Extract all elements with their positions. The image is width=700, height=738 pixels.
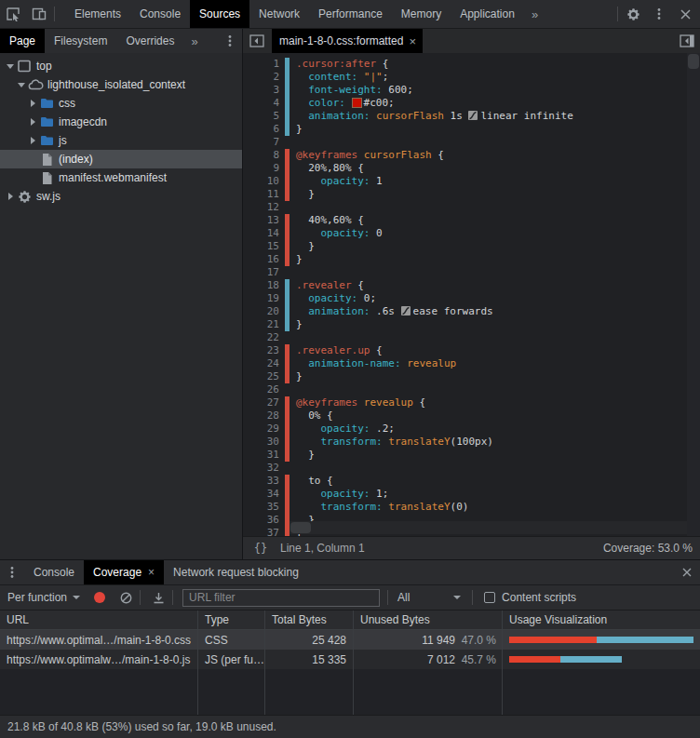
navigator-menu-button[interactable] [219,29,241,53]
tab-memory[interactable]: Memory [392,0,451,28]
navigator-tab-page[interactable]: Page [0,29,45,53]
css-selector-token: .cursor:after [296,58,376,70]
url-filter-input[interactable] [182,589,380,607]
file-tab-main-css[interactable]: main-1-8-0.css:formatted × [272,29,423,53]
close-drawer-button[interactable] [674,560,700,584]
code-line: 30 transform: translateY(100px) [243,436,700,449]
column-header-unused-bytes[interactable]: Unused Bytes [354,611,503,629]
drawer-menu-button[interactable] [0,560,24,584]
line-number: 23 [243,344,279,357]
code-text: opacity: 1; [289,488,388,501]
tree-item-label: top [36,60,52,73]
file-tab-close-icon[interactable]: × [409,34,416,48]
code-line: 3 font-weight: 600; [243,84,700,97]
content-scripts-checkbox[interactable] [484,592,495,603]
tree-item--index-[interactable]: (index) [0,150,242,168]
code-text: opacity: .2; [289,423,395,436]
column-header-type[interactable]: Type [198,611,265,629]
tab-network[interactable]: Network [249,0,309,28]
line-number: 5 [243,110,279,123]
code-line: 8@keyframes cursorFlash { [243,149,700,162]
navigator-tab-filesystem[interactable]: Filesystem [45,29,116,53]
settings-button[interactable] [620,0,646,28]
clear-icon [120,592,132,604]
clear-coverage-button[interactable] [114,592,138,604]
tree-expand-arrow-collapsed[interactable] [5,193,16,200]
coverage-table-row[interactable]: https://www.optimalw…/main-1-8-0.jsJS (p… [0,650,700,669]
device-toolbar-button[interactable] [26,0,52,28]
unused-bytes-value: 11 949 [422,634,455,647]
code-line: 18.revealer { [243,279,700,292]
pretty-print-button[interactable]: {} [247,542,275,555]
record-coverage-button[interactable] [94,592,105,603]
tree-expand-arrow-collapsed[interactable] [27,118,38,126]
line-number: 7 [243,136,279,149]
code-text: animation-name: revealup [289,357,456,370]
tab-performance[interactable]: Performance [309,0,392,28]
tree-item-imagecdn[interactable]: imagecdn [0,113,242,131]
code-text: 20%,80% { [289,162,364,175]
coverage-row-total-bytes: 25 428 [265,630,354,650]
code-scroll-area[interactable]: 1.cursor:after {2 content: "|";3 font-we… [243,53,700,536]
unused-bar-segment [509,637,597,643]
devtools-window: ElementsConsoleSourcesNetworkPerformance… [0,0,700,738]
tab-sources[interactable]: Sources [190,0,249,28]
navigator-tab-overrides[interactable]: Overrides [116,29,183,53]
tree-item-sw.js[interactable]: sw.js [0,187,242,206]
drawer-tab-coverage[interactable]: Coverage× [84,560,164,584]
code-line: 27@keyframes revealup { [243,396,700,409]
tree-item-top[interactable]: top [0,57,242,75]
tab-application[interactable]: Application [451,0,524,28]
tree-item-js[interactable]: js [0,131,242,150]
code-line: 12 [243,201,700,214]
folder-icon-holder [38,97,55,110]
tree-expand-arrow-collapsed[interactable] [27,137,38,144]
line-number: 3 [243,84,279,97]
css-property-token: transform: [296,436,383,448]
column-header-total-bytes[interactable]: Total Bytes [265,611,354,629]
coverage-type-filter-dropdown[interactable]: All [390,591,470,604]
hide-navigator-button[interactable] [243,29,271,53]
more-tabs-button[interactable]: » [524,0,544,28]
editor-horizontal-scrollbar-thumb[interactable] [290,522,311,533]
export-coverage-button[interactable] [146,592,170,604]
show-debugger-sidebar-button[interactable] [674,29,700,53]
tree-item-css[interactable]: css [0,94,242,113]
column-header-usage-visualization[interactable]: Usage Visualization [503,611,700,629]
tab-elements[interactable]: Elements [65,0,130,28]
toolbar-separator [617,7,618,21]
css-property-token: content: [296,71,357,83]
drawer-tab-network-request-blocking[interactable]: Network request blocking [164,560,308,584]
column-header-url[interactable]: URL [0,611,198,629]
tree-item-manifest.webmanifest[interactable]: manifest.webmanifest [0,168,242,187]
css-selector-token: @keyframes [296,396,357,409]
used-bar-segment [597,637,693,643]
drawer-tab-close-icon[interactable]: × [148,566,155,579]
tree-expand-arrow-expanded[interactable] [16,83,27,87]
drawer-tab-console[interactable]: Console [24,560,84,584]
tree-expand-arrow-collapsed[interactable] [27,100,38,107]
tab-console[interactable]: Console [130,0,190,28]
color-swatch-icon[interactable] [353,99,361,107]
code-line: 13 40%,60% { [243,214,700,227]
code-token: } [296,240,315,252]
bezier-curve-icon[interactable] [401,306,411,315]
content-scripts-label: Content scripts [502,591,576,604]
editor-horizontal-scrollbar[interactable] [289,521,687,534]
coverage-mode-dropdown[interactable]: Per function [0,591,86,604]
chevron-down-icon [453,596,461,599]
editor-vertical-scrollbar[interactable] [687,53,700,536]
inspect-element-button[interactable] [0,0,26,28]
coverage-table-row[interactable]: https://www.optimal…/main-1-8-0.cssCSS25… [0,630,700,650]
gear-icon [18,190,32,204]
line-number: 6 [243,123,279,136]
devtools-menu-button[interactable] [646,0,672,28]
bezier-curve-icon[interactable] [468,111,478,120]
css-property-token: font-weight: [296,84,383,96]
tree-item-lighthouse-isolated-context[interactable]: lighthouse_isolated_context [0,75,242,94]
close-devtools-button[interactable] [672,0,698,28]
coverage-none [285,383,289,396]
tree-expand-arrow-expanded[interactable] [5,64,16,69]
editor-scrollbar-thumb[interactable] [688,54,699,69]
navigator-more-tabs-button[interactable]: » [183,29,203,53]
